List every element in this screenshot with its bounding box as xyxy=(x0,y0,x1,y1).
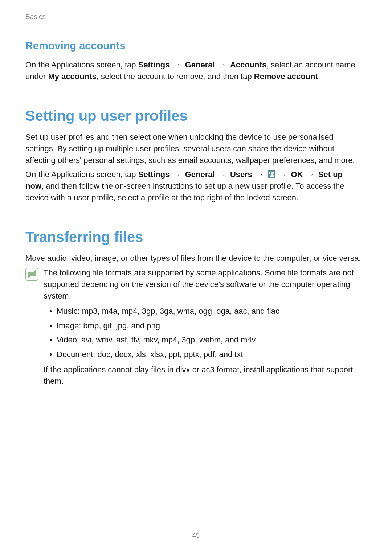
para-profiles-steps: On the Applications screen, tap Settings… xyxy=(25,169,363,204)
arrow-icon: → xyxy=(217,59,228,71)
text-segment: , select the account to remove, and then… xyxy=(97,72,254,81)
bold-settings: Settings xyxy=(138,170,170,179)
bold-ok: OK xyxy=(291,170,303,179)
bold-general: General xyxy=(185,170,215,179)
heading-removing-accounts: Removing accounts xyxy=(25,40,363,52)
bold-general: General xyxy=(185,60,215,69)
svg-rect-2 xyxy=(269,172,270,174)
add-user-icon xyxy=(268,170,275,178)
text-segment: On the Applications screen, tap xyxy=(25,60,138,69)
page-number: 45 xyxy=(0,532,392,539)
list-item: Document: doc, docx, xls, xlsx, ppt, ppt… xyxy=(47,349,363,360)
text-segment: . xyxy=(318,72,320,81)
list-item: Image: bmp, gif, jpg, and png xyxy=(47,320,363,332)
note-block: The following file formats are supported… xyxy=(25,267,363,390)
list-item: Music: mp3, m4a, mp4, 3gp, 3ga, wma, ogg… xyxy=(47,305,363,317)
bold-remove-account: Remove account xyxy=(254,72,318,81)
note-content: The following file formats are supported… xyxy=(44,267,363,390)
format-list: Music: mp3, m4a, mp4, 3gp, 3ga, wma, ogg… xyxy=(47,305,363,361)
bold-settings: Settings xyxy=(138,60,170,69)
arrow-icon: → xyxy=(278,169,289,180)
arrow-icon: → xyxy=(254,169,265,180)
header-section-label: Basics xyxy=(25,13,46,21)
note-icon xyxy=(25,268,38,281)
para-removing-accounts: On the Applications screen, tap Settings… xyxy=(25,59,363,82)
para-transfer-intro: Move audio, video, image, or other types… xyxy=(25,253,363,264)
page-content: Removing accounts On the Applications sc… xyxy=(25,40,363,390)
arrow-icon: → xyxy=(305,169,316,180)
svg-point-0 xyxy=(271,172,274,175)
bold-my-accounts: My accounts xyxy=(48,72,96,81)
para-note-outro: If the applications cannot play files in… xyxy=(44,364,363,387)
page-corner-tab xyxy=(16,0,18,22)
list-item: Video: avi, wmv, asf, flv, mkv, mp4, 3gp… xyxy=(47,334,363,346)
heading-setting-up-user-profiles: Setting up user profiles xyxy=(25,108,363,124)
heading-transferring-files: Transferring files xyxy=(25,229,363,245)
arrow-icon: → xyxy=(172,169,183,180)
arrow-icon: → xyxy=(217,169,228,180)
para-profiles-intro: Set up user profiles and then select one… xyxy=(25,131,363,166)
bold-accounts: Accounts xyxy=(230,60,266,69)
text-segment: On the Applications screen, tap xyxy=(25,170,138,179)
para-note-intro: The following file formats are supported… xyxy=(44,267,363,302)
text-segment: , and then follow the on-screen instruct… xyxy=(25,181,344,202)
arrow-icon: → xyxy=(172,59,183,71)
bold-users: Users xyxy=(230,170,252,179)
